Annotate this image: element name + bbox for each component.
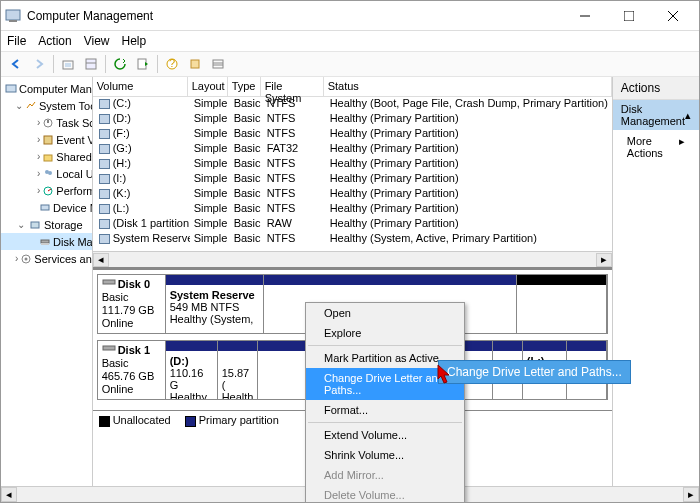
tree-shared-folders[interactable]: ›Shared Folders <box>1 148 92 165</box>
ctx-shrink[interactable]: Shrink Volume... <box>306 445 464 465</box>
svg-rect-32 <box>103 280 115 284</box>
disk-1-part-1[interactable]: 15.87 (Health <box>218 341 258 399</box>
disk-0-label: Disk 0 Basic 111.79 GB Online <box>98 275 166 333</box>
tree-disk-management[interactable]: Disk Management <box>1 233 92 250</box>
view-button[interactable] <box>80 53 102 75</box>
svg-rect-33 <box>103 346 115 350</box>
settings-button[interactable] <box>184 53 206 75</box>
volume-row[interactable]: (K:)SimpleBasicNTFSHealthy (Primary Part… <box>93 187 612 202</box>
volume-row[interactable]: (Disk 1 partition 2)SimpleBasicRAWHealth… <box>93 217 612 232</box>
h-scrollbar[interactable]: ◂ ▸ <box>93 251 612 267</box>
svg-rect-10 <box>138 59 146 69</box>
tree-storage[interactable]: ⌄Storage <box>1 216 92 233</box>
nav-tree[interactable]: Computer Management (Local ⌄System Tools… <box>1 77 93 486</box>
tooltip: Change Drive Letter and Paths... <box>438 360 631 384</box>
window-title: Computer Management <box>27 9 563 23</box>
svg-rect-28 <box>41 240 49 243</box>
legend-unallocated-icon <box>99 416 110 427</box>
svg-rect-8 <box>86 59 96 69</box>
refresh-button[interactable] <box>109 53 131 75</box>
menu-action[interactable]: Action <box>38 34 71 48</box>
ctx-format[interactable]: Format... <box>306 400 464 420</box>
tree-performance[interactable]: ›Performance <box>1 182 92 199</box>
menu-file[interactable]: File <box>7 34 26 48</box>
actions-disk-management[interactable]: Disk Management▴ <box>613 100 699 130</box>
context-menu: Open Explore Mark Partition as Active Ch… <box>305 302 465 503</box>
scroll-right-icon[interactable]: ▸ <box>683 487 699 502</box>
close-button[interactable] <box>651 2 695 30</box>
col-status[interactable]: Status <box>324 77 612 96</box>
up-button[interactable] <box>57 53 79 75</box>
list-button[interactable] <box>207 53 229 75</box>
help-button[interactable]: ? <box>161 53 183 75</box>
svg-rect-14 <box>213 60 223 68</box>
volume-row[interactable]: (G:)SimpleBasicFAT32Healthy (Primary Par… <box>93 142 612 157</box>
minimize-button[interactable] <box>563 2 607 30</box>
disk-0-part-2[interactable] <box>517 275 607 333</box>
svg-rect-1 <box>9 20 17 22</box>
volume-row[interactable]: System Reserved (K:)SimpleBasicNTFSHealt… <box>93 232 612 247</box>
menubar: File Action View Help <box>1 31 699 51</box>
volume-row[interactable]: (H:)SimpleBasicNTFSHealthy (Primary Part… <box>93 157 612 172</box>
svg-rect-7 <box>65 63 71 67</box>
svg-rect-21 <box>44 155 52 161</box>
ctx-extend[interactable]: Extend Volume... <box>306 425 464 445</box>
svg-rect-26 <box>41 205 49 210</box>
scroll-right-icon[interactable]: ▸ <box>596 253 612 267</box>
toolbar: ? <box>1 51 699 77</box>
svg-rect-0 <box>6 10 20 20</box>
app-icon <box>5 8 21 24</box>
legend-primary-icon <box>185 416 196 427</box>
tree-services[interactable]: ›Services and Applications <box>1 250 92 267</box>
tree-system-tools[interactable]: ⌄System Tools <box>1 97 92 114</box>
back-button[interactable] <box>5 53 27 75</box>
volume-list-header[interactable]: Volume Layout Type File System Status <box>93 77 612 97</box>
chevron-right-icon: ▸ <box>679 135 685 159</box>
collapse-icon: ▴ <box>685 109 691 122</box>
svg-text:?: ? <box>169 57 175 69</box>
actions-header: Actions <box>613 77 699 100</box>
forward-button[interactable] <box>28 53 50 75</box>
export-button[interactable] <box>132 53 154 75</box>
disk-0-part-0[interactable]: System Reserve549 MB NTFSHealthy (System… <box>166 275 264 333</box>
menu-help[interactable]: Help <box>122 34 147 48</box>
titlebar: Computer Management <box>1 1 699 31</box>
svg-point-31 <box>25 257 28 260</box>
col-layout[interactable]: Layout <box>188 77 228 96</box>
ctx-open[interactable]: Open <box>306 303 464 323</box>
actions-more[interactable]: More Actions▸ <box>613 130 699 164</box>
ctx-delete-volume: Delete Volume... <box>306 485 464 503</box>
menu-view[interactable]: View <box>84 34 110 48</box>
ctx-add-mirror: Add Mirror... <box>306 465 464 485</box>
tree-task-scheduler[interactable]: ›Task Scheduler <box>1 114 92 131</box>
svg-point-23 <box>48 171 52 175</box>
disk-1-part-0[interactable]: (D:)110.16 GHealthy <box>166 341 218 399</box>
svg-rect-27 <box>31 222 39 228</box>
volume-row[interactable]: (C:)SimpleBasicNTFSHealthy (Boot, Page F… <box>93 97 612 112</box>
scroll-left-icon[interactable]: ◂ <box>93 253 109 267</box>
volume-row[interactable]: (D:)SimpleBasicNTFSHealthy (Primary Part… <box>93 112 612 127</box>
volume-row[interactable]: (F:)SimpleBasicNTFSHealthy (Primary Part… <box>93 127 612 142</box>
volume-row[interactable]: (L:)SimpleBasicNTFSHealthy (Primary Part… <box>93 202 612 217</box>
svg-rect-20 <box>44 136 52 144</box>
tree-device-manager[interactable]: Device Manager <box>1 199 92 216</box>
tree-event-viewer[interactable]: ›Event Viewer <box>1 131 92 148</box>
tree-local-users[interactable]: ›Local Users and Groups <box>1 165 92 182</box>
svg-rect-29 <box>41 243 49 245</box>
svg-line-25 <box>48 189 51 191</box>
ctx-explore[interactable]: Explore <box>306 323 464 343</box>
svg-rect-17 <box>6 85 16 92</box>
col-type[interactable]: Type <box>228 77 261 96</box>
col-fs[interactable]: File System <box>261 77 324 96</box>
volume-row[interactable]: (I:)SimpleBasicNTFSHealthy (Primary Part… <box>93 172 612 187</box>
volume-list[interactable]: (C:)SimpleBasicNTFSHealthy (Boot, Page F… <box>93 97 612 247</box>
tree-root[interactable]: Computer Management (Local <box>1 80 92 97</box>
scroll-left-icon[interactable]: ◂ <box>1 487 17 502</box>
svg-rect-3 <box>624 11 634 21</box>
maximize-button[interactable] <box>607 2 651 30</box>
actions-pane: Actions Disk Management▴ More Actions▸ <box>613 77 699 486</box>
disk-1-label: Disk 1 Basic 465.76 GB Online <box>98 341 166 399</box>
col-volume[interactable]: Volume <box>93 77 188 96</box>
svg-rect-13 <box>191 60 199 68</box>
